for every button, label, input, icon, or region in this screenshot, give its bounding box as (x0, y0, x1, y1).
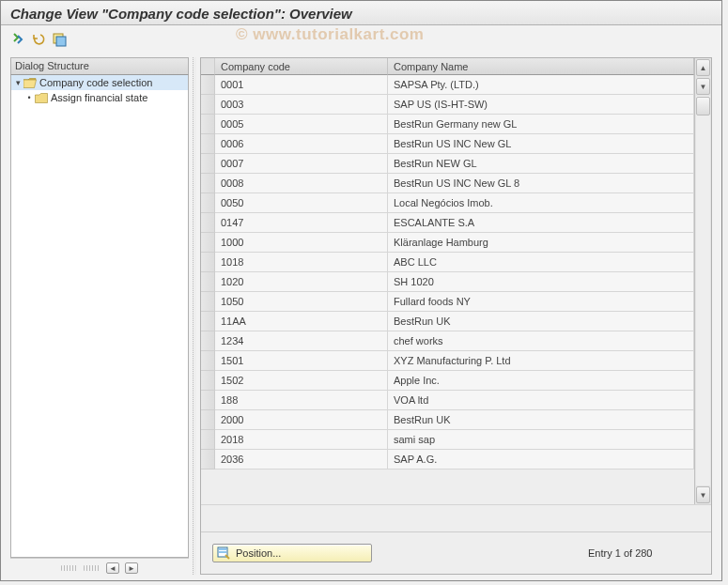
undo-icon[interactable] (31, 32, 46, 47)
row-handle[interactable] (201, 312, 215, 331)
cell-company-name[interactable]: VOA ltd (388, 391, 694, 410)
cell-company-name[interactable]: SH 1020 (388, 272, 694, 292)
row-handle[interactable] (201, 351, 215, 371)
cell-company-code[interactable]: 0001 (215, 75, 388, 95)
table-row[interactable]: 188VOA ltd (201, 391, 694, 410)
vertical-scrollbar[interactable]: ▲ ▼ ▼ (694, 58, 711, 504)
other-entries-icon[interactable] (10, 32, 25, 47)
resize-grip[interactable] (61, 565, 78, 571)
row-handle[interactable] (201, 253, 215, 272)
select-all-icon[interactable] (52, 32, 67, 47)
dialog-structure-tree[interactable]: ▾ Company code selection • (10, 75, 189, 558)
cell-company-code[interactable]: 0007 (215, 154, 388, 174)
scroll-right-button[interactable]: ► (125, 562, 138, 574)
scroll-up-button[interactable]: ▲ (696, 59, 710, 76)
cell-company-name[interactable]: BestRun UK (388, 410, 694, 430)
cell-company-code[interactable]: 2018 (215, 430, 388, 450)
row-handle[interactable] (201, 233, 215, 253)
cell-company-name[interactable]: ABC LLC (388, 253, 694, 272)
position-button[interactable]: Position... (212, 544, 372, 562)
column-header-company-code[interactable]: Company code (215, 58, 388, 75)
cell-company-name[interactable]: Local Negócios Imob. (388, 193, 694, 213)
table-row[interactable]: 2000BestRun UK (201, 410, 694, 430)
resize-grip[interactable] (84, 565, 101, 571)
row-handle[interactable] (201, 430, 215, 450)
table-row[interactable]: 0006BestRun US INC New GL (201, 134, 694, 154)
table-row[interactable]: 1501XYZ Manufacturing P. Ltd (201, 351, 694, 371)
tree-node-company-code-selection[interactable]: ▾ Company code selection (11, 75, 188, 90)
cell-company-name[interactable]: BestRun Germany new GL (388, 115, 694, 134)
table-row[interactable]: 0001SAPSA Pty. (LTD.) (201, 75, 694, 95)
table-row[interactable]: 0007BestRun NEW GL (201, 154, 694, 174)
row-handle[interactable] (201, 272, 215, 292)
row-handle[interactable] (201, 391, 215, 410)
cell-company-code[interactable]: 1502 (215, 371, 388, 391)
cell-company-code[interactable]: 0050 (215, 193, 388, 213)
table-row[interactable]: 0008BestRun US INC New GL 8 (201, 174, 694, 193)
cell-company-name[interactable]: sami sap (388, 430, 694, 450)
cell-company-code[interactable]: 2000 (215, 410, 388, 430)
table-row[interactable]: 0003SAP US (IS-HT-SW) (201, 95, 694, 115)
row-handle[interactable] (201, 450, 215, 470)
cell-company-name[interactable]: SAPSA Pty. (LTD.) (388, 75, 694, 95)
cell-company-name[interactable]: BestRun US INC New GL (388, 134, 694, 154)
row-handle[interactable] (201, 95, 215, 115)
table-row[interactable]: 0005BestRun Germany new GL (201, 115, 694, 134)
row-handle[interactable] (201, 410, 215, 430)
table-row[interactable]: 0147ESCALANTE S.A (201, 213, 694, 233)
scroll-left-button[interactable]: ◄ (106, 562, 119, 574)
cell-company-code[interactable]: 0147 (215, 213, 388, 233)
row-handle[interactable] (201, 193, 215, 213)
splitter[interactable] (193, 57, 196, 575)
scroll-down-button[interactable]: ▼ (696, 78, 710, 95)
row-handle[interactable] (201, 371, 215, 391)
cell-company-code[interactable]: 188 (215, 391, 388, 410)
scroll-thumb[interactable] (696, 97, 710, 115)
cell-company-name[interactable]: Fullard foods NY (388, 292, 694, 312)
row-handle[interactable] (201, 75, 215, 95)
cell-company-code[interactable]: 1018 (215, 253, 388, 272)
row-handle[interactable] (201, 213, 215, 233)
cell-company-name[interactable]: SAP A.G. (388, 450, 694, 470)
cell-company-code[interactable]: 11AA (215, 312, 388, 331)
table-row[interactable]: 0050Local Negócios Imob. (201, 193, 694, 213)
row-handle[interactable] (201, 292, 215, 312)
cell-company-code[interactable]: 1501 (215, 351, 388, 371)
row-handle[interactable] (201, 174, 215, 193)
cell-company-code[interactable]: 0005 (215, 115, 388, 134)
cell-company-code[interactable]: 1050 (215, 292, 388, 312)
table-row[interactable]: 1502Apple Inc. (201, 371, 694, 391)
row-handle[interactable] (201, 134, 215, 154)
cell-company-code[interactable]: 1234 (215, 331, 388, 351)
row-handle[interactable] (201, 331, 215, 351)
tree-expand-icon[interactable]: ▾ (13, 78, 23, 87)
cell-company-name[interactable]: BestRun UK (388, 312, 694, 331)
table-row[interactable]: 1020SH 1020 (201, 272, 694, 292)
cell-company-name[interactable]: ESCALANTE S.A (388, 213, 694, 233)
table-row[interactable]: 11AABestRun UK (201, 312, 694, 331)
table-row[interactable]: 1050Fullard foods NY (201, 292, 694, 312)
table-row[interactable]: 2036SAP A.G. (201, 450, 694, 470)
cell-company-name[interactable]: SAP US (IS-HT-SW) (388, 95, 694, 115)
table-row[interactable]: 2018sami sap (201, 430, 694, 450)
table-row[interactable]: 1000Kläranlage Hamburg (201, 233, 694, 253)
cell-company-code[interactable]: 1000 (215, 233, 388, 253)
cell-company-name[interactable]: BestRun US INC New GL 8 (388, 174, 694, 193)
cell-company-name[interactable]: Kläranlage Hamburg (388, 233, 694, 253)
cell-company-code[interactable]: 1020 (215, 272, 388, 292)
cell-company-code[interactable]: 0006 (215, 134, 388, 154)
column-header-company-name[interactable]: Company Name (388, 58, 694, 75)
cell-company-name[interactable]: BestRun NEW GL (388, 154, 694, 174)
row-select-header[interactable] (201, 58, 215, 75)
cell-company-name[interactable]: Apple Inc. (388, 371, 694, 391)
scroll-track[interactable] (696, 96, 710, 485)
cell-company-name[interactable]: chef works (388, 331, 694, 351)
row-handle[interactable] (201, 115, 215, 134)
cell-company-code[interactable]: 0003 (215, 95, 388, 115)
cell-company-name[interactable]: XYZ Manufacturing P. Ltd (388, 351, 694, 371)
scroll-down-end-button[interactable]: ▼ (696, 486, 710, 503)
table-row[interactable]: 1234chef works (201, 331, 694, 351)
table-row[interactable]: 1018ABC LLC (201, 253, 694, 272)
tree-node-assign-financial[interactable]: • Assign financial state (11, 90, 188, 105)
cell-company-code[interactable]: 2036 (215, 450, 388, 470)
